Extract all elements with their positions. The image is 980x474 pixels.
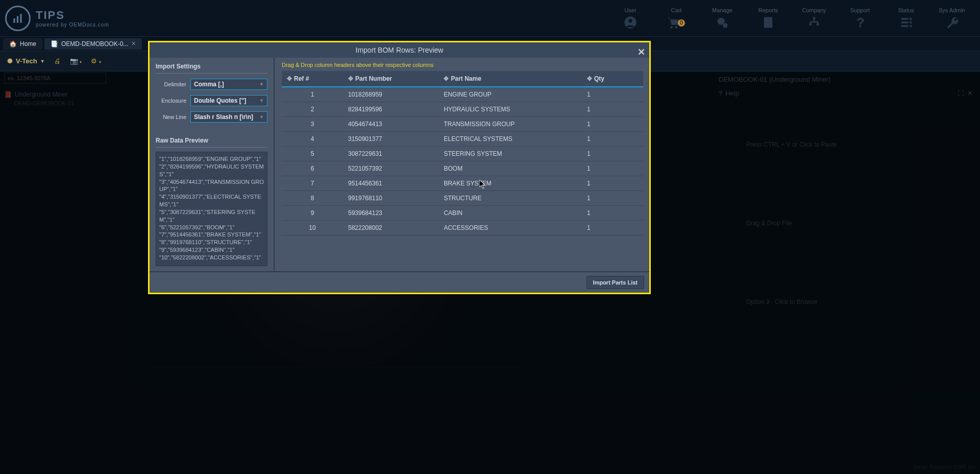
preview-pane: Drag & Drop column headers above their r…: [275, 58, 649, 271]
nav-manage[interactable]: Manage: [699, 7, 745, 30]
tab-close-icon[interactable]: ✕: [131, 40, 136, 47]
table-row[interactable]: 79514456361BRAKE SYSTEM1: [282, 176, 643, 191]
import-parts-button[interactable]: Import Parts List: [586, 276, 644, 289]
cell-ref: 4: [282, 132, 343, 147]
cell-part: 5939684123: [343, 206, 438, 221]
wrench-icon: [945, 15, 959, 30]
company-icon: [807, 15, 821, 30]
cell-qty: 1: [582, 176, 643, 191]
company-selector[interactable]: ✺ V-Tech ▼: [7, 57, 45, 65]
nav-user[interactable]: User: [607, 7, 653, 30]
logo-subtitle: powered by OEMDocs.com: [36, 22, 109, 28]
cell-ref: 5: [282, 147, 343, 161]
gear-icon: [715, 15, 729, 30]
cell-ref: 1: [282, 87, 343, 102]
newline-label: New Line: [156, 114, 186, 120]
svg-rect-12: [817, 23, 819, 26]
move-icon: ✥: [287, 75, 292, 82]
cell-name: HYDRAULIC SYSTEMS: [438, 102, 582, 117]
cell-qty: 1: [582, 117, 643, 132]
preview-hint: Drag & Drop column headers above their r…: [282, 62, 643, 68]
svg-point-6: [675, 26, 678, 29]
cell-part: 3150901377: [343, 132, 438, 147]
newline-select[interactable]: Slash r Slash n [\r\n] ▼: [190, 111, 267, 123]
cell-qty: 1: [582, 87, 643, 102]
table-row[interactable]: 53087229631STEERING SYSTEM1: [282, 147, 643, 161]
question-icon: ?: [853, 15, 867, 30]
svg-text:?: ?: [856, 15, 865, 30]
cell-part: 5221057392: [343, 161, 438, 176]
svg-rect-1: [17, 16, 18, 22]
cell-qty: 1: [582, 206, 643, 221]
svg-rect-0: [13, 18, 15, 23]
cell-part: 8284199596: [343, 102, 438, 117]
settings-heading: Import Settings: [156, 63, 267, 74]
table-row[interactable]: 95939684123CABIN1: [282, 206, 643, 221]
nav-reports[interactable]: Reports: [745, 7, 791, 30]
tab-home[interactable]: 🏠 Home: [3, 38, 42, 50]
tab-demobook[interactable]: 📑 OEMD-DEMOBOOK-0... ✕: [44, 38, 142, 50]
cart-badge: 0: [678, 19, 685, 27]
cell-part: 5822208002: [343, 221, 438, 235]
modal-close-button[interactable]: ✕: [638, 44, 645, 60]
table-row[interactable]: 43150901377ELECTRICAL SYSTEMS1: [282, 132, 643, 147]
logo-title: TIPS: [36, 9, 109, 22]
logo: TIPS powered by OEMDocs.com: [5, 6, 109, 31]
col-name[interactable]: ✥Part Name: [438, 71, 582, 87]
table-row[interactable]: 65221057392BOOM1: [282, 161, 643, 176]
nav-status[interactable]: Status: [883, 7, 929, 30]
settings-icon[interactable]: ⚙ ▾: [91, 57, 101, 65]
cell-part: 9919768110: [343, 191, 438, 206]
user-icon: [623, 15, 638, 30]
svg-rect-10: [813, 17, 816, 19]
svg-rect-2: [20, 14, 21, 22]
nav-company[interactable]: Company: [791, 7, 837, 30]
cell-ref: 7: [282, 176, 343, 191]
move-icon: ✥: [587, 75, 592, 82]
gear-icon: ✺: [7, 57, 13, 65]
cell-qty: 1: [582, 102, 643, 117]
cell-name: BRAKE SYSTEM: [438, 176, 582, 191]
table-row[interactable]: 89919768110STRUCTURE1: [282, 191, 643, 206]
enclosure-label: Enclosure: [156, 98, 186, 104]
col-ref[interactable]: ✥Ref #: [282, 71, 343, 87]
raw-heading: Raw Data Preview: [156, 137, 267, 148]
svg-point-15: [910, 21, 912, 23]
cell-ref: 6: [282, 161, 343, 176]
raw-preview-box[interactable]: "1","1018268959","ENGINE GROUP","1" "2",…: [156, 152, 267, 266]
cell-qty: 1: [582, 221, 643, 235]
chevron-down-icon: ▼: [259, 82, 264, 87]
table-row[interactable]: 28284199596HYDRAULIC SYSTEMS1: [282, 102, 643, 117]
cell-ref: 8: [282, 191, 343, 206]
cell-qty: 1: [582, 161, 643, 176]
nav-cart[interactable]: Cart 0: [653, 7, 699, 30]
chevron-down-icon: ▼: [40, 59, 45, 64]
cell-name: TRANSMISSION GROUP: [438, 117, 582, 132]
modal-title: Import BOM Rows: Preview: [356, 46, 444, 54]
chevron-down-icon: ▼: [259, 98, 264, 103]
col-qty[interactable]: ✥Qty: [582, 71, 643, 87]
cell-part: 4054674413: [343, 117, 438, 132]
table-row[interactable]: 34054674413TRANSMISSION GROUP1: [282, 117, 643, 132]
top-header: TIPS powered by OEMDocs.com User Cart 0 …: [0, 0, 980, 37]
svg-point-14: [910, 17, 912, 20]
print-icon[interactable]: 🖨: [54, 57, 61, 65]
enclosure-select[interactable]: Double Quotes ["] ▼: [190, 95, 267, 106]
svg-point-4: [629, 19, 632, 22]
status-icon: [899, 15, 913, 30]
cell-ref: 2: [282, 102, 343, 117]
move-icon: ✥: [348, 75, 353, 82]
table-row[interactable]: 105822208002ACCESSORIES1: [282, 221, 643, 235]
cell-ref: 3: [282, 117, 343, 132]
nav-support[interactable]: Support ?: [837, 7, 883, 30]
delimiter-select[interactable]: Comma [,] ▼: [190, 79, 267, 90]
home-icon: 🏠: [9, 40, 17, 48]
cell-part: 3087229631: [343, 147, 438, 161]
col-part[interactable]: ✥Part Number: [343, 71, 438, 87]
nav-sysadmin[interactable]: Sys Admin: [929, 7, 975, 30]
cell-name: ACCESSORIES: [438, 221, 582, 235]
table-row[interactable]: 11018268959ENGINE GROUP1: [282, 87, 643, 102]
camera-icon[interactable]: 📷 ▾: [70, 57, 82, 65]
modal-titlebar: Import BOM Rows: Preview ✕: [150, 42, 649, 58]
modal-footer: Import Parts List: [150, 271, 649, 293]
